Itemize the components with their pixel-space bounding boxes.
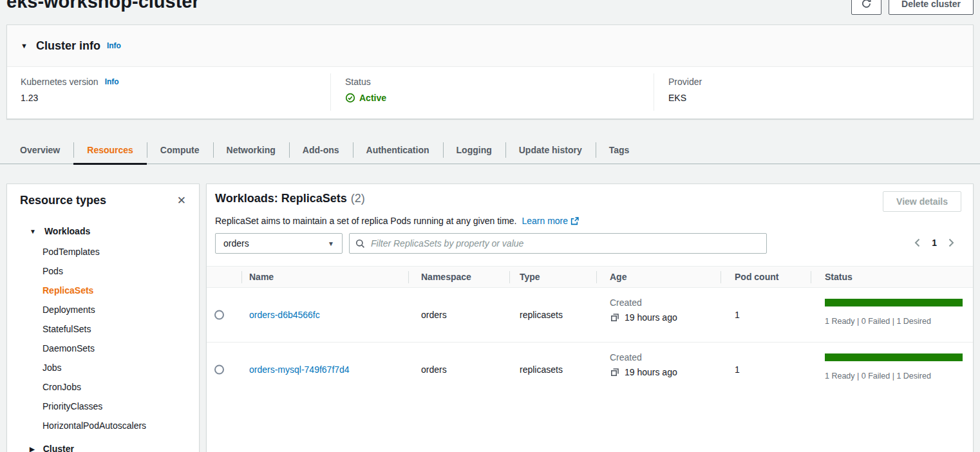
search-box <box>349 233 767 254</box>
page-number[interactable]: 1 <box>932 238 937 248</box>
column-divider <box>330 73 331 111</box>
cluster-info-info-link[interactable]: Info <box>107 41 121 50</box>
sidebar-item-priorityclasses[interactable]: PriorityClasses <box>7 397 199 416</box>
pod-count-cell: 1 <box>735 310 740 320</box>
table-header: Name Namespace Type Age Pod count Status <box>207 266 973 288</box>
sidebar-item-cronjobs[interactable]: CronJobs <box>7 377 199 397</box>
panel-description: ReplicaSet aims to maintain a set of rep… <box>215 216 579 226</box>
sidebar-item-statefulsets[interactable]: StatefulSets <box>7 319 199 339</box>
external-link-icon <box>570 217 579 225</box>
column-header-namespace[interactable]: Namespace <box>421 267 471 288</box>
status-bar <box>825 353 963 361</box>
caret-down-icon: ▼ <box>328 240 334 247</box>
chevron-right-icon[interactable] <box>948 238 955 248</box>
provider-label: Provider <box>668 77 702 87</box>
replicaset-name-link[interactable]: orders-mysql-749f67f7d4 <box>249 364 350 375</box>
copy-icon[interactable] <box>610 312 620 323</box>
status-check-icon <box>345 93 355 103</box>
column-header-age[interactable]: Age <box>610 267 627 288</box>
learn-more-link[interactable]: Learn more <box>522 216 579 226</box>
copy-icon[interactable] <box>610 367 620 377</box>
pod-count-cell: 1 <box>735 364 740 375</box>
tab-tags[interactable]: Tags <box>596 137 643 164</box>
dropdown-value: orders <box>223 238 249 249</box>
sidebar-item-pods[interactable]: Pods <box>7 261 199 281</box>
result-count: (2) <box>351 192 365 205</box>
sidebar-items: PodTemplates Pods ReplicaSets Deployment… <box>7 242 199 435</box>
status-cell: 1 Ready | 0 Failed | 1 Desired <box>825 353 963 381</box>
cluster-info-header: ▼ Cluster info Info <box>7 25 973 67</box>
row-radio[interactable] <box>214 364 224 374</box>
column-header-status[interactable]: Status <box>825 267 853 288</box>
cluster-tabs: Overview Resources Compute Networking Ad… <box>0 137 980 164</box>
sidebar-group-label: Workloads <box>44 226 90 236</box>
resource-types-title: Resource types <box>20 194 106 207</box>
eks-cluster-page: eks-workshop-cluster Delete cluster ▼ Cl… <box>0 0 980 452</box>
tab-overview[interactable]: Overview <box>6 137 73 164</box>
close-icon[interactable]: ✕ <box>174 193 189 209</box>
sidebar-item-daemonsets[interactable]: DaemonSets <box>7 339 199 358</box>
column-header-type[interactable]: Type <box>520 267 540 288</box>
tab-logging[interactable]: Logging <box>443 137 505 164</box>
kubernetes-version-info-link[interactable]: Info <box>105 77 119 86</box>
age-cell: Created 19 hours ago <box>610 297 677 323</box>
sidebar-item-podtemplates[interactable]: PodTemplates <box>7 242 199 261</box>
status-cell: 1 Ready | 0 Failed | 1 Desired <box>825 299 963 326</box>
caret-right-icon: ▶ <box>30 446 35 452</box>
refresh-button[interactable] <box>851 0 881 15</box>
panel-title: Workloads: ReplicaSets(2) <box>215 192 365 205</box>
tab-add-ons[interactable]: Add-ons <box>289 137 353 164</box>
cluster-info-body: Kubernetes version Info 1.23 Status Acti… <box>7 67 973 118</box>
table-row: orders-d6b4566fc orders replicasets Crea… <box>207 288 973 342</box>
resource-types-panel: Resource types ✕ ▼ Workloads PodTemplate… <box>6 184 200 452</box>
replicasets-panel: Workloads: ReplicaSets(2) View details R… <box>206 184 974 452</box>
column-divider <box>654 73 654 111</box>
namespace-cell: orders <box>421 364 447 375</box>
caret-down-icon: ▼ <box>30 228 36 235</box>
search-input[interactable] <box>370 238 760 249</box>
filter-type-dropdown[interactable]: orders ▼ <box>215 233 343 254</box>
column-header-name[interactable]: Name <box>249 267 274 288</box>
age-cell: Created 19 hours ago <box>610 352 677 377</box>
sidebar-item-deployments[interactable]: Deployments <box>7 300 199 319</box>
sidebar-group-label: Cluster <box>43 444 74 452</box>
tab-compute[interactable]: Compute <box>147 137 213 164</box>
type-cell: replicasets <box>520 310 563 320</box>
row-radio[interactable] <box>214 310 224 320</box>
status-value: Active <box>359 93 386 103</box>
search-icon <box>355 239 365 249</box>
tab-resources[interactable]: Resources <box>73 137 147 164</box>
type-cell: replicasets <box>520 364 563 375</box>
sidebar-item-jobs[interactable]: Jobs <box>7 358 199 377</box>
caret-down-icon[interactable]: ▼ <box>21 42 28 50</box>
kubernetes-version-field: Kubernetes version Info 1.23 <box>21 77 119 103</box>
provider-value: EKS <box>668 93 702 103</box>
tab-update-history[interactable]: Update history <box>505 137 596 164</box>
chevron-left-icon[interactable] <box>914 238 921 248</box>
replicaset-name-link[interactable]: orders-d6b4566fc <box>249 310 320 320</box>
kubernetes-version-value: 1.23 <box>21 93 119 103</box>
tab-networking[interactable]: Networking <box>213 137 289 164</box>
delete-cluster-button[interactable]: Delete cluster <box>889 0 974 15</box>
sidebar-item-horizontalpodautoscalers[interactable]: HorizontalPodAutoscalers <box>7 416 199 435</box>
cluster-info-title: Cluster info <box>36 39 100 53</box>
sidebar-group-cluster[interactable]: ▶ Cluster <box>30 444 199 452</box>
refresh-icon <box>861 0 872 9</box>
status-text: 1 Ready | 0 Failed | 1 Desired <box>825 372 963 381</box>
tab-authentication[interactable]: Authentication <box>353 137 443 164</box>
view-details-button[interactable]: View details <box>883 191 961 212</box>
pagination: 1 <box>914 238 955 248</box>
namespace-cell: orders <box>421 310 447 320</box>
provider-field: Provider EKS <box>668 77 702 103</box>
table-row: orders-mysql-749f67f7d4 orders replicase… <box>207 342 973 396</box>
sidebar-item-replicasets[interactable]: ReplicaSets <box>7 281 199 300</box>
status-text: 1 Ready | 0 Failed | 1 Desired <box>825 317 963 326</box>
status-field: Status Active <box>345 77 386 103</box>
status-bar <box>825 299 963 306</box>
kubernetes-version-label: Kubernetes version Info <box>21 77 119 87</box>
sidebar-group-workloads[interactable]: ▼ Workloads <box>30 226 199 236</box>
status-label: Status <box>345 77 386 87</box>
column-header-pod-count[interactable]: Pod count <box>735 267 778 288</box>
cluster-info-panel: ▼ Cluster info Info Kubernetes version I… <box>6 24 974 119</box>
page-title: eks-workshop-cluster <box>6 0 200 12</box>
